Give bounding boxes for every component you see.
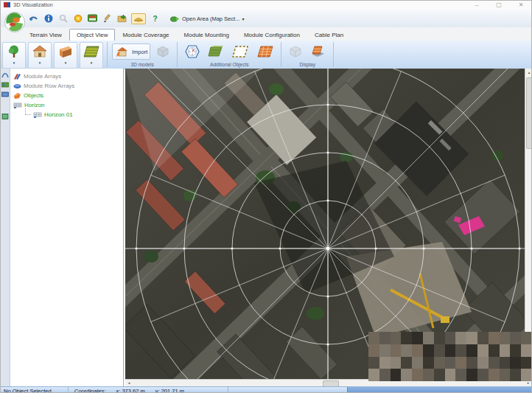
import-folder-icon[interactable]: [116, 13, 127, 24]
compass-object-button[interactable]: [182, 44, 203, 60]
undo-icon[interactable]: [28, 13, 39, 24]
tree-dropdown-caret[interactable]: ▾: [13, 60, 15, 66]
tab-module-configuration[interactable]: Module Configuration: [237, 29, 307, 41]
group-label-3d-models: 3D models: [112, 61, 172, 68]
import-3d-model-button[interactable]: Import: [112, 44, 150, 60]
display-option-disabled-button[interactable]: [286, 44, 305, 59]
minimize-button[interactable]: –: [466, 0, 488, 10]
status-right-panel: [347, 387, 532, 393]
group-label-additional-objects: Additional Objects: [182, 61, 276, 68]
zoom-icon[interactable]: [57, 13, 69, 24]
module-display-icon: [310, 44, 326, 59]
objects-icon: [13, 92, 21, 100]
tree-item-horizon-01[interactable]: Horizon 01: [13, 110, 123, 119]
group-additional-objects: Additional Objects: [179, 41, 279, 69]
object-tree-panel: Module Arrays Module Row Arrays Objects …: [10, 69, 124, 386]
cube-icon: [155, 45, 170, 58]
module-array-icon: [83, 43, 100, 60]
group-3d-models: Import 3D models: [109, 41, 175, 69]
module-array-object-button[interactable]: ▾: [80, 42, 103, 69]
info-icon[interactable]: [43, 13, 54, 24]
group-display: Display: [283, 41, 332, 69]
ribbon-tab-bar: Terrain View Object View Module Coverage…: [0, 27, 532, 41]
close-button[interactable]: ✕: [510, 0, 532, 10]
3d-visualization-window: { "window": { "title": "3D Visualization…: [0, 0, 532, 393]
tree-icon: [7, 43, 21, 60]
module-area-button[interactable]: [254, 44, 276, 60]
coordinates-readout: Coordinates: x: 373.62 m y: 201.71 m: [69, 387, 228, 393]
building-object-button[interactable]: ▾: [28, 42, 52, 69]
coordinate-y-value: y: 201.71 m: [155, 388, 184, 393]
tab-module-mounting[interactable]: Module Mounting: [177, 29, 237, 41]
quick-toolbar: ? Open Area (Map Sect... ▾: [0, 10, 532, 28]
display-cube-icon: [288, 45, 303, 58]
terrain-area-button[interactable]: [206, 44, 226, 60]
module-arrays-icon: [13, 73, 21, 80]
app-icon: [4, 2, 10, 7]
tab-cable-plan[interactable]: Cable Plan: [307, 29, 351, 41]
wall-icon: [57, 43, 74, 60]
coordinate-x-value: x: 373.62 m: [116, 388, 145, 393]
tab-module-coverage[interactable]: Module Coverage: [115, 29, 176, 41]
3d-model-disabled-button[interactable]: [153, 44, 172, 59]
tree-item-module-arrays[interactable]: Module Arrays: [13, 72, 123, 81]
module-row-arrays-icon: [13, 83, 21, 90]
selection-status: No Object Selected: [0, 387, 69, 393]
title-bar: 3D Visualization – ▢ ✕: [0, 0, 532, 10]
import-3d-model-icon: [115, 45, 130, 58]
group-label-display: Display: [286, 61, 329, 68]
tree-item-objects[interactable]: Objects: [13, 91, 123, 100]
window-title: 3D Visualization: [13, 1, 53, 8]
tab-terrain-view[interactable]: Terrain View: [22, 29, 69, 41]
tab-object-view[interactable]: Object View: [69, 29, 116, 41]
pixelated-watermark: [368, 332, 532, 381]
scroll-up-arrow[interactable]: ▴: [525, 69, 532, 76]
module-green-tool-icon[interactable]: [1, 81, 9, 88]
coordinates-label: Coordinates:: [74, 388, 106, 393]
terrain-ramp-icon: [208, 44, 224, 59]
app-logo: [4, 11, 26, 33]
status-bar: No Object Selected Coordinates: x: 373.6…: [0, 386, 532, 393]
tree-connector: [25, 108, 31, 115]
wall-dropdown-caret[interactable]: ▾: [65, 60, 67, 66]
pencil-icon[interactable]: [102, 13, 113, 24]
open-area-icon: [170, 15, 180, 22]
compass-icon: [184, 44, 200, 59]
import-label: Import: [132, 49, 147, 55]
measure-tool-icon[interactable]: [131, 13, 146, 24]
restriction-area-button[interactable]: [229, 44, 251, 60]
scroll-left-arrow[interactable]: ◂: [125, 380, 133, 386]
ribbon: ▾ ▾ ▾ ▾ Import: [0, 41, 532, 69]
module-blue-tool-icon[interactable]: [1, 91, 9, 98]
module-array-dropdown-caret[interactable]: ▾: [91, 60, 93, 66]
curve-tool-icon[interactable]: [1, 72, 9, 79]
roof-modules-icon: [256, 44, 274, 59]
house-icon: [32, 43, 48, 60]
module-small-tool-icon[interactable]: [1, 113, 9, 120]
open-area-label: Open Area (Map Sect...: [182, 15, 239, 22]
horizon-01-icon: [33, 111, 42, 119]
tree-object-button[interactable]: ▾: [2, 42, 26, 69]
module-display-button[interactable]: [308, 44, 329, 60]
left-tool-strip: [0, 69, 10, 386]
screen-icon[interactable]: [87, 13, 98, 24]
vertical-scroll-thumb[interactable]: [526, 77, 532, 149]
maximize-button[interactable]: ▢: [488, 0, 510, 10]
open-area-caret: ▾: [242, 16, 244, 21]
wall-object-button[interactable]: ▾: [54, 42, 77, 69]
building-dropdown-caret[interactable]: ▾: [39, 60, 41, 66]
tree-item-module-row-arrays[interactable]: Module Row Arrays: [13, 81, 123, 91]
help-icon[interactable]: ?: [150, 13, 161, 24]
open-area-dropdown[interactable]: Open Area (Map Sect... ▾: [167, 15, 247, 23]
sun-icon[interactable]: [72, 13, 83, 24]
restricted-area-icon: [231, 44, 249, 59]
horizon-icon: [13, 102, 22, 109]
